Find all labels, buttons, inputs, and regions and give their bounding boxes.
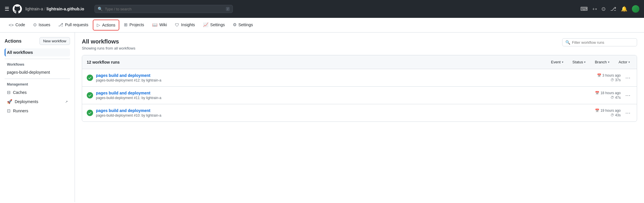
sidebar-item-all-workflows[interactable]: All workflows <box>5 48 70 56</box>
tab-actions[interactable]: ▷ Actions <box>93 20 119 31</box>
workflow-info: pages build and deployment pages-build-d… <box>96 91 583 100</box>
filter-input[interactable] <box>572 40 634 45</box>
event-chevron-icon: ▾ <box>562 60 563 64</box>
event-filter-label: Event <box>551 60 560 64</box>
table-row: pages build and deployment pages-build-d… <box>82 69 637 87</box>
issues-tab-icon: ⊙ <box>33 22 37 27</box>
sidebar-item-caches[interactable]: ⊟ Caches <box>5 88 70 97</box>
pull-requests-icon[interactable]: ⎇ <box>610 6 616 12</box>
event-filter-button[interactable]: Event ▾ <box>549 59 565 65</box>
repo-owner[interactable]: lightrain-a <box>25 7 43 11</box>
sidebar-header: Actions New workflow <box>5 37 70 45</box>
tab-pull-requests-label: Pull requests <box>65 22 88 27</box>
search-icon: 🔍 <box>98 7 103 11</box>
sidebar: Actions New workflow All workflows Workf… <box>0 33 75 202</box>
search-kbd: / <box>226 7 230 11</box>
sidebar-divider-2 <box>5 79 70 79</box>
duration: 37s <box>615 78 621 82</box>
tab-security[interactable]: 🛡 Insights <box>171 19 199 31</box>
top-nav: ☰ lightrain-a / lightrain-a.github.io 🔍 … <box>0 0 644 18</box>
tab-code[interactable]: <> Code <box>5 19 29 31</box>
status-filter-button[interactable]: Status ▾ <box>570 59 588 65</box>
repo-path: lightrain-a / lightrain-a.github.io <box>25 7 84 11</box>
external-link-icon: ↗ <box>65 100 68 104</box>
table-row: pages build and deployment pages-build-d… <box>82 87 637 104</box>
success-status-icon <box>87 75 93 81</box>
success-status-icon <box>87 110 93 116</box>
checkmark-icon <box>88 93 92 97</box>
tab-projects-label: Projects <box>129 22 144 27</box>
checkmark-icon <box>88 111 92 115</box>
workflow-run-name[interactable]: pages build and deployment <box>96 73 583 78</box>
caches-icon: ⊟ <box>7 90 11 95</box>
sidebar-divider-1 <box>5 59 70 59</box>
duration: 47s <box>615 96 621 100</box>
insights-icon: 📈 <box>203 22 209 27</box>
sidebar-item-runners[interactable]: ⊡ Runners <box>5 107 70 115</box>
tab-pull-requests[interactable]: ⎇ Pull requests <box>54 19 92 31</box>
time-ago: 3 hours ago <box>603 73 621 77</box>
sidebar-title: Actions <box>5 39 22 44</box>
tab-issues[interactable]: ⊙ Issues <box>29 19 54 31</box>
workflow-run-name[interactable]: pages build and deployment <box>96 108 583 113</box>
branch-chevron-icon: ▾ <box>608 60 609 64</box>
tab-code-label: Code <box>16 22 25 27</box>
tab-insights[interactable]: 📈 Settings <box>199 19 229 31</box>
nav-actions: ⌨ + ▾ ⊙ ⎇ 🔔 <box>580 5 639 13</box>
sidebar-item-deployments[interactable]: 🚀 Deployments ↗ <box>5 97 70 106</box>
projects-icon: ⊞ <box>124 22 128 27</box>
tab-security-label: Insights <box>181 22 195 27</box>
issues-icon[interactable]: ⊙ <box>601 6 606 12</box>
actor-filter-button[interactable]: Actor ▾ <box>616 59 632 65</box>
tab-insights-label: Settings <box>210 22 225 27</box>
management-section-label: Management <box>7 82 70 86</box>
page-title: All workflows <box>82 38 135 45</box>
workflow-run-name[interactable]: pages build and deployment <box>96 91 583 95</box>
github-logo[interactable] <box>13 4 22 14</box>
time-ago: 19 hours ago <box>600 109 621 113</box>
calendar-icon: 📅 <box>595 109 599 113</box>
clock-icon: ⏱ <box>611 113 614 117</box>
terminal-icon[interactable]: ⌨ <box>580 6 588 12</box>
main-title-group: All workflows Showing runs from all work… <box>82 38 135 50</box>
filter-workflow-runs: 🔍 <box>562 38 637 46</box>
actions-icon: ▷ <box>97 22 100 28</box>
checkmark-icon <box>88 76 92 80</box>
new-item-button[interactable]: + ▾ <box>592 7 597 11</box>
repo-tabs: <> Code ⊙ Issues ⎇ Pull requests ▷ Actio… <box>0 18 644 33</box>
notifications-icon[interactable]: 🔔 <box>621 6 627 12</box>
tab-wiki[interactable]: 📖 Wiki <box>148 19 171 31</box>
tab-wiki-label: Wiki <box>159 22 167 27</box>
deployments-icon: 🚀 <box>7 99 12 104</box>
avatar[interactable] <box>632 5 639 13</box>
workflow-run-meta: pages-build-deployment #11: by lightrain… <box>96 96 583 100</box>
tab-settings-label: Settings <box>238 22 253 27</box>
search-input[interactable] <box>105 7 224 11</box>
status-chevron-icon: ▾ <box>584 60 586 64</box>
runners-label: Runners <box>13 109 28 113</box>
tab-projects[interactable]: ⊞ Projects <box>120 19 148 31</box>
workflow-item-label: pages-build-deployment <box>7 70 50 75</box>
main-content: All workflows Showing runs from all work… <box>75 33 644 202</box>
branch-filter-label: Branch <box>595 60 607 64</box>
main-header: All workflows Showing runs from all work… <box>82 38 637 50</box>
repo-name[interactable]: lightrain-a.github.io <box>46 7 84 11</box>
time-ago: 18 hours ago <box>600 91 621 95</box>
workflow-run-time: 📅 3 hours ago ⏱ 37s <box>586 73 621 82</box>
new-workflow-button[interactable]: New workflow <box>39 37 70 45</box>
more-options-button[interactable]: ⋯ <box>624 74 632 81</box>
runners-icon: ⊡ <box>7 108 11 113</box>
more-options-button[interactable]: ⋯ <box>624 92 632 99</box>
tab-settings[interactable]: ⚙ Settings <box>229 19 257 31</box>
filter-buttons: Event ▾ Status ▾ Branch ▾ Actor ▾ <box>549 59 632 65</box>
page-subtitle: Showing runs from all workflows <box>82 46 135 50</box>
clock-icon: ⏱ <box>611 96 614 100</box>
workflow-table: 12 workflow runs Event ▾ Status ▾ Branch… <box>82 55 637 122</box>
more-options-button[interactable]: ⋯ <box>624 109 632 117</box>
hamburger-icon[interactable]: ☰ <box>5 6 9 12</box>
global-search: 🔍 / <box>95 5 233 13</box>
branch-filter-button[interactable]: Branch ▾ <box>592 59 611 65</box>
duration-row: ⏱ 37s <box>611 78 621 82</box>
tab-issues-label: Issues <box>39 22 50 27</box>
sidebar-item-pages-build-deployment[interactable]: pages-build-deployment <box>5 68 70 76</box>
